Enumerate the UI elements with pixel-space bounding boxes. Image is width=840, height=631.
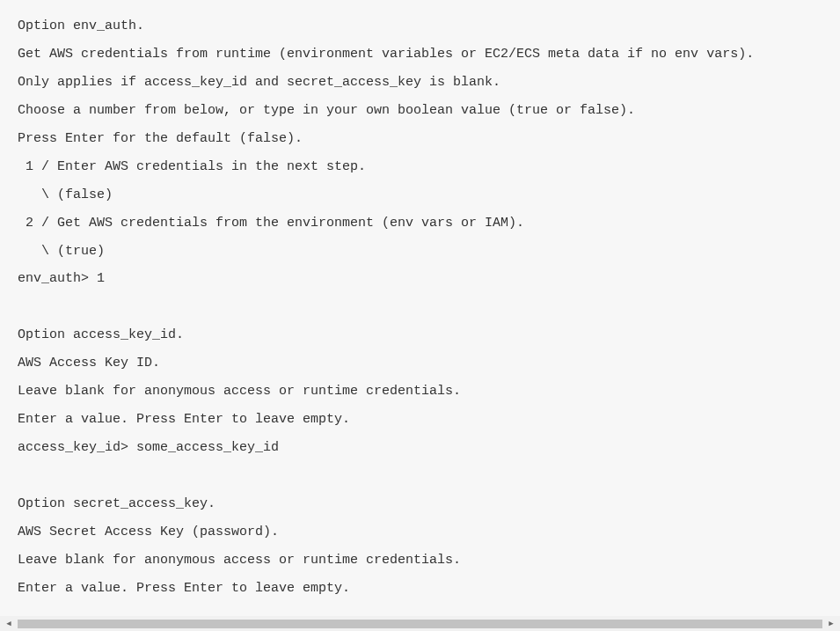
scroll-thumb[interactable] bbox=[18, 620, 822, 628]
terminal-output: Option env_auth. Get AWS credentials fro… bbox=[0, 12, 840, 607]
scroll-right-arrow-icon[interactable]: ▶ bbox=[825, 616, 840, 631]
code-container: Option env_auth. Get AWS credentials fro… bbox=[0, 0, 840, 607]
scroll-left-arrow-icon[interactable]: ◀ bbox=[0, 616, 15, 631]
horizontal-scrollbar[interactable]: ◀ ▶ bbox=[0, 616, 840, 631]
